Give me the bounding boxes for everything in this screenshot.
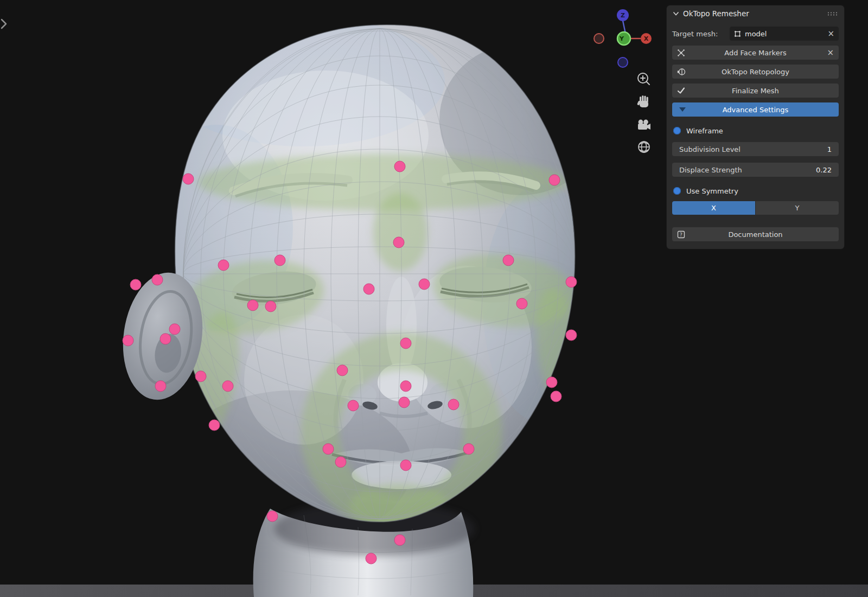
- gizmo-z-label: Z: [621, 12, 625, 19]
- face-marker[interactable]: [566, 277, 577, 287]
- blender-3d-viewport[interactable]: Z Y X: [0, 0, 868, 597]
- gizmo-x-label: X: [644, 35, 649, 42]
- face-marker[interactable]: [366, 553, 376, 564]
- face-marker[interactable]: [400, 381, 411, 391]
- add-face-markers-label: Add Face Markers: [724, 49, 787, 57]
- face-marker[interactable]: [265, 301, 276, 312]
- face-marker[interactable]: [267, 511, 278, 522]
- face-marker[interactable]: [169, 324, 180, 335]
- finalize-mesh-label: Finalize Mesh: [732, 87, 779, 95]
- face-marker[interactable]: [323, 444, 334, 454]
- panel-header[interactable]: OkTopo Remesher: [667, 5, 844, 22]
- face-marker[interactable]: [348, 400, 359, 411]
- wireframe-toggle-row: Wireframe: [673, 126, 838, 136]
- checkmark-icon: [677, 87, 685, 94]
- face-marker[interactable]: [399, 397, 410, 408]
- target-mesh-label: Target mesh:: [672, 30, 730, 38]
- documentation-label: Documentation: [728, 230, 782, 239]
- face-marker[interactable]: [546, 377, 557, 388]
- oktopo-retopology-button[interactable]: OkTopo Retopology: [672, 65, 839, 79]
- target-mesh-row: Target mesh: model ×: [672, 27, 839, 41]
- face-marker[interactable]: [566, 330, 577, 341]
- model-head[interactable]: [141, 16, 602, 542]
- finalize-mesh-button[interactable]: Finalize Mesh: [672, 84, 839, 98]
- face-marker[interactable]: [275, 255, 285, 266]
- use-symmetry-toggle-row: Use Symmetry: [673, 186, 838, 196]
- face-marker[interactable]: [400, 338, 411, 349]
- displace-strength-value: 0.22: [816, 166, 832, 174]
- face-marker[interactable]: [123, 335, 133, 346]
- subdivision-level-field[interactable]: Subdivision Level 1: [672, 142, 839, 156]
- face-marker[interactable]: [160, 333, 171, 344]
- advanced-settings-label: Advanced Settings: [723, 106, 789, 114]
- face-marker[interactable]: [394, 535, 405, 545]
- clear-target-icon[interactable]: ×: [827, 30, 834, 38]
- face-marker[interactable]: [394, 161, 405, 172]
- face-marker[interactable]: [247, 300, 258, 311]
- face-marker[interactable]: [363, 284, 374, 294]
- add-face-markers-button[interactable]: Add Face Markers ×: [672, 46, 839, 60]
- oktopo-remesher-panel: OkTopo Remesher Target mesh: model ×: [667, 5, 844, 249]
- use-symmetry-checkbox[interactable]: [673, 187, 681, 195]
- face-marker[interactable]: [503, 255, 514, 266]
- target-mesh-value: model: [745, 30, 824, 38]
- wireframe-label: Wireframe: [686, 127, 723, 135]
- triangle-down-icon: [679, 107, 686, 112]
- book-question-icon: ?: [677, 230, 685, 239]
- zoom-in-icon[interactable]: [638, 73, 649, 85]
- face-marker[interactable]: [549, 175, 560, 185]
- grip-dots-icon[interactable]: [827, 11, 838, 16]
- oktopo-retopology-label: OkTopo Retopology: [722, 68, 789, 76]
- retopo-sphere-icon: [677, 68, 686, 76]
- symmetry-axis-buttons: X Y: [672, 201, 839, 215]
- subdivision-level-value: 1: [827, 145, 832, 153]
- expand-toolbar-arrow[interactable]: [0, 17, 8, 30]
- symmetry-x-button[interactable]: X: [672, 201, 755, 215]
- face-marker[interactable]: [393, 237, 404, 248]
- face-marker[interactable]: [551, 391, 561, 402]
- navigation-gizmo[interactable]: Z Y X: [594, 9, 652, 67]
- face-marker[interactable]: [218, 260, 229, 271]
- mesh-data-icon: [734, 30, 741, 37]
- face-marker[interactable]: [195, 371, 206, 382]
- face-marker[interactable]: [419, 279, 430, 290]
- svg-text:?: ?: [680, 232, 682, 237]
- cancel-face-markers-icon[interactable]: ×: [827, 49, 834, 57]
- gizmo-axis-neg-x[interactable]: [594, 34, 604, 43]
- documentation-button[interactable]: ? Documentation: [672, 227, 839, 241]
- gizmo-axis-neg-z[interactable]: [618, 57, 628, 67]
- vertex-markers-icon: [677, 49, 685, 57]
- use-symmetry-label: Use Symmetry: [686, 187, 738, 195]
- face-marker[interactable]: [448, 399, 459, 410]
- grid-view-icon[interactable]: [639, 142, 649, 152]
- face-marker[interactable]: [337, 365, 348, 376]
- face-marker[interactable]: [463, 444, 474, 454]
- advanced-settings-button[interactable]: Advanced Settings: [672, 102, 839, 117]
- face-marker[interactable]: [183, 174, 194, 184]
- chevron-down-icon[interactable]: [673, 10, 679, 17]
- displace-strength-label: Displace Strength: [679, 166, 742, 174]
- face-marker[interactable]: [335, 457, 346, 467]
- target-mesh-field[interactable]: model ×: [730, 27, 839, 41]
- face-marker[interactable]: [400, 460, 411, 471]
- gizmo-y-label: Y: [619, 35, 624, 42]
- camera-view-icon[interactable]: [638, 120, 650, 130]
- face-marker[interactable]: [130, 279, 141, 290]
- panel-title: OkTopo Remesher: [683, 9, 824, 18]
- pan-hand-icon[interactable]: [637, 95, 648, 107]
- face-marker[interactable]: [152, 274, 163, 285]
- symmetry-y-button[interactable]: Y: [756, 201, 839, 215]
- displace-strength-field[interactable]: Displace Strength 0.22: [672, 163, 839, 177]
- subdivision-level-label: Subdivision Level: [679, 145, 741, 153]
- face-marker[interactable]: [209, 420, 220, 431]
- face-marker[interactable]: [516, 298, 527, 309]
- face-marker[interactable]: [155, 381, 166, 391]
- wireframe-checkbox[interactable]: [673, 127, 681, 134]
- face-marker[interactable]: [222, 381, 233, 391]
